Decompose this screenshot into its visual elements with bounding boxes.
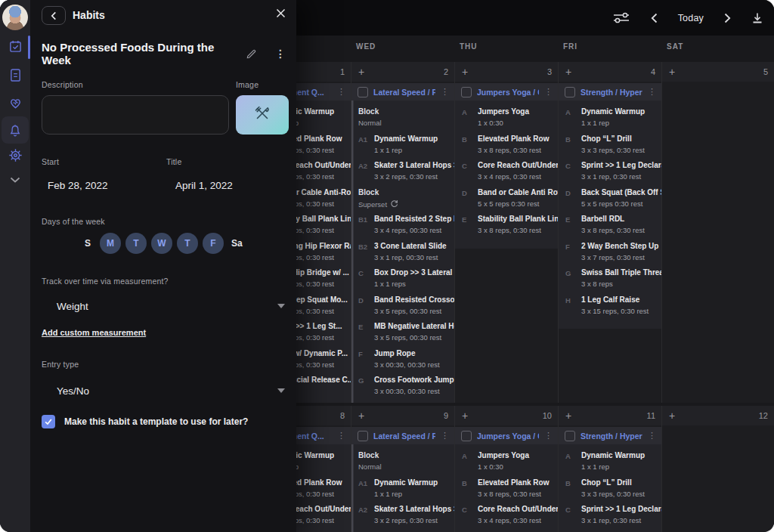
- template-checkbox-row[interactable]: Make this habit a template to use for la…: [42, 415, 248, 428]
- workout-checkbox[interactable]: [565, 87, 575, 97]
- template-checkbox[interactable]: [42, 415, 55, 428]
- workout-kebab-menu-icon[interactable]: ⋮: [648, 431, 656, 440]
- filter-icon[interactable]: [613, 12, 630, 23]
- exercise-row[interactable]: AJumpers Yoga1 x 0:30: [455, 107, 559, 134]
- add-workout-button[interactable]: +: [358, 410, 364, 421]
- add-workout-button[interactable]: +: [669, 66, 675, 77]
- entry-type-select-value: Yes/No: [42, 385, 277, 397]
- exercise-row[interactable]: A1Dynamic Warmup1 x 1 rep: [351, 134, 455, 161]
- gear-icon[interactable]: [8, 147, 23, 162]
- exercise-row[interactable]: BElevated Plank Row3 x 8 reps, 0:30 rest: [455, 134, 559, 161]
- bell-icon[interactable]: [8, 123, 23, 138]
- exercise-row[interactable]: CCore Reach Out/Under3 x 4 reps, 0:30 re…: [455, 160, 559, 187]
- day-toggle-Sa[interactable]: Sa: [231, 233, 243, 254]
- exercise-row[interactable]: A1Dynamic Warmup1 x 1 rep: [351, 478, 455, 505]
- exercise-prescription: 3 x 4 reps, 0:30 rest: [478, 516, 559, 524]
- workout-kebab-menu-icon[interactable]: ⋮: [544, 431, 553, 440]
- day-toggle-T[interactable]: T: [125, 233, 147, 254]
- add-custom-measurement-link[interactable]: Add custom measurement: [42, 328, 146, 337]
- day-toggle-F[interactable]: F: [203, 233, 224, 254]
- workout-title[interactable]: Strength / Hypertro...: [580, 88, 642, 97]
- exercise-label: A: [559, 107, 581, 134]
- workout-card: Strength / Hypertro...⋮ADynamic Warmup1 …: [559, 427, 662, 532]
- add-workout-button[interactable]: +: [565, 410, 571, 421]
- calendar-check-icon[interactable]: [8, 39, 23, 54]
- workout-title[interactable]: Strength / Hypertro...: [580, 431, 642, 441]
- exercise-row[interactable]: GCross Footwork Jump Rope3 x 00:30, 00:3…: [351, 375, 455, 402]
- workout-checkbox[interactable]: [461, 431, 472, 441]
- avatar[interactable]: [2, 5, 28, 30]
- document-icon[interactable]: [8, 67, 23, 82]
- next-chevron-icon[interactable]: [724, 13, 731, 23]
- exercise-row[interactable]: EBarbell RDL3 x 8 reps, 0:30 rest: [559, 214, 662, 241]
- exercise-row[interactable]: CBox Drop >> 3 Lateral H...1 x 1 reps: [351, 268, 455, 295]
- exercise-row[interactable]: ADynamic Warmup1 x 1 rep: [559, 107, 662, 134]
- habit-kebab-menu-icon[interactable]: ⋮: [275, 48, 286, 60]
- today-button[interactable]: Today: [678, 13, 704, 23]
- exercise-row[interactable]: A2Skater 3 Lateral Hops >> ...3 x 2 reps…: [351, 504, 455, 531]
- exercise-row[interactable]: B23 Cone Lateral Slide3 x 1 rep, 00:30 r…: [351, 241, 455, 268]
- close-icon[interactable]: [276, 8, 286, 18]
- day-toggle-S[interactable]: S: [83, 233, 92, 254]
- add-workout-button[interactable]: +: [462, 66, 468, 77]
- end-date-value[interactable]: April 1, 2022: [175, 180, 233, 191]
- exercise-row[interactable]: EStability Ball Plank Linear ...3 x 8 re…: [455, 214, 559, 241]
- exercise-row[interactable]: H1 Leg Calf Raise3 x 15 reps, 0:30 rest: [559, 295, 662, 322]
- day-cell-header: +12: [662, 406, 774, 425]
- measurement-select[interactable]: Weight: [42, 295, 285, 317]
- download-icon[interactable]: [751, 12, 763, 24]
- day-toggle-T[interactable]: T: [177, 233, 198, 254]
- exercise-row[interactable]: BElevated Plank Row3 x 8 reps, 0:30 rest: [455, 478, 559, 505]
- exercise-row[interactable]: AJumpers Yoga1 x 0:30: [455, 450, 559, 478]
- exercise-row[interactable]: EMB Negative Lateral Hop...3 x 5 reps, 0…: [351, 321, 455, 348]
- exercise-row[interactable]: A2Skater 3 Lateral Hops >> ...3 x 2 reps…: [351, 160, 455, 187]
- exercise-row[interactable]: DBack Squat (Back Off Set)5 x 5 reps 0:3…: [559, 187, 662, 215]
- exercise-row[interactable]: B1Band Resisted 2 Step Late...3 x 4 reps…: [351, 214, 455, 241]
- workout-kebab-menu-icon[interactable]: ⋮: [441, 88, 449, 96]
- day-toggle-M[interactable]: M: [100, 233, 121, 254]
- prev-chevron-icon[interactable]: [651, 13, 658, 23]
- exercise-row[interactable]: DBand Resisted Crossover...3 x 5 reps, 0…: [351, 295, 455, 322]
- add-workout-button[interactable]: +: [565, 66, 571, 77]
- workout-checkbox[interactable]: [565, 431, 575, 441]
- exercise-row[interactable]: BChop “L” Drill3 x 3 reps, 0:30 rest: [559, 478, 662, 505]
- workout-kebab-menu-icon[interactable]: ⋮: [337, 431, 345, 440]
- workout-title[interactable]: Jumpers Yoga / Core: [477, 431, 539, 441]
- add-workout-button[interactable]: +: [669, 410, 675, 421]
- habit-image[interactable]: [236, 95, 289, 135]
- sidebar-chevron-down-icon[interactable]: [8, 172, 23, 187]
- add-workout-button[interactable]: +: [462, 410, 468, 421]
- start-date-value[interactable]: Feb 28, 2022: [48, 180, 108, 191]
- description-input[interactable]: [42, 95, 229, 135]
- workout-kebab-menu-icon[interactable]: ⋮: [441, 431, 449, 440]
- add-workout-button[interactable]: +: [358, 66, 364, 77]
- exercise-row[interactable]: F2 Way Bench Step Up3 x 7 reps, 0:30 res…: [559, 241, 662, 268]
- exercise-name: Skater 3 Lateral Hops >> ...: [374, 504, 455, 513]
- exercise-prescription: 3 x 5 reps, 00:30 rest: [374, 333, 455, 342]
- exercise-row[interactable]: BChop “L” Drill3 x 3 reps, 0:30 rest: [559, 134, 662, 161]
- day-number: 2: [444, 67, 448, 76]
- exercise-row[interactable]: CSprint >> 1 Leg Declarations3 x 1 rep, …: [559, 504, 662, 531]
- heart-health-icon[interactable]: [8, 95, 23, 110]
- exercise-row[interactable]: GSwiss Ball Triple Threat3 x 8 reps: [559, 268, 662, 295]
- workout-checkbox[interactable]: [358, 87, 368, 97]
- workout-card-body: AJumpers Yoga1 x 0:30BElevated Plank Row…: [455, 101, 559, 249]
- workout-kebab-menu-icon[interactable]: ⋮: [544, 88, 553, 96]
- day-toggle-W[interactable]: W: [151, 233, 172, 254]
- exercise-label: F: [559, 241, 581, 268]
- workout-kebab-menu-icon[interactable]: ⋮: [648, 88, 656, 96]
- workout-checkbox[interactable]: [358, 431, 368, 441]
- workout-title[interactable]: Lateral Speed / Plyo: [373, 431, 435, 441]
- exercise-row[interactable]: FJump Rope3 x 00:30, 00:30 rest: [351, 348, 455, 376]
- back-button[interactable]: [42, 6, 66, 25]
- exercise-row[interactable]: DBand or Cable Anti Rotati...5 x 5 reps …: [455, 187, 559, 215]
- exercise-row[interactable]: CCore Reach Out/Under3 x 4 reps, 0:30 re…: [455, 504, 559, 531]
- exercise-row[interactable]: CSprint >> 1 Leg Declarations3 x 1 rep, …: [559, 160, 662, 187]
- exercise-row[interactable]: ADynamic Warmup1 x 1 rep: [559, 450, 662, 478]
- workout-checkbox[interactable]: [461, 87, 472, 97]
- workout-kebab-menu-icon[interactable]: ⋮: [337, 88, 345, 96]
- entry-type-select[interactable]: Yes/No: [42, 379, 285, 402]
- edit-pencil-icon[interactable]: [246, 48, 257, 60]
- workout-title[interactable]: Jumpers Yoga / Core: [477, 88, 539, 97]
- workout-title[interactable]: Lateral Speed / Plyo: [373, 88, 435, 97]
